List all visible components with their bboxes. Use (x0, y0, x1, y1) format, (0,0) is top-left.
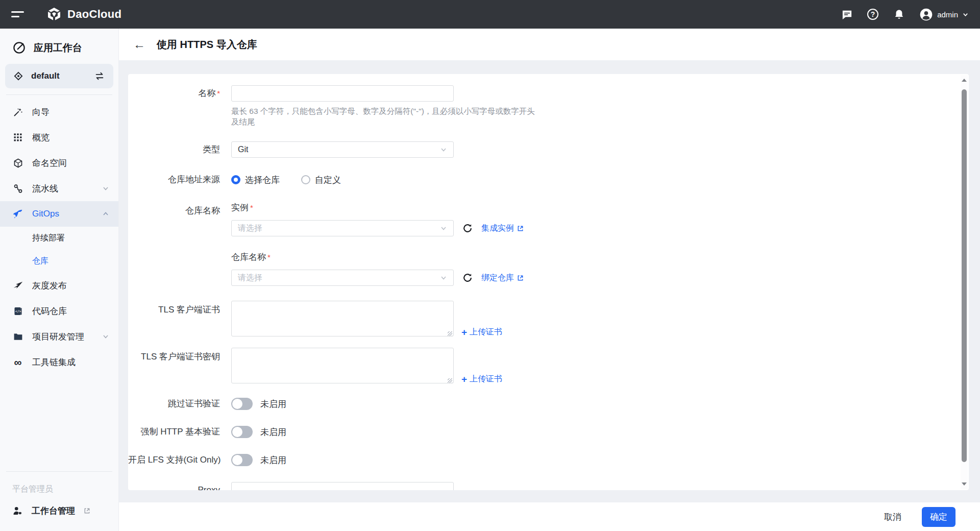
role-label: 平台管理员 (0, 476, 118, 498)
workspace-selector[interactable]: default (5, 64, 113, 88)
bird-icon (12, 280, 23, 291)
wand-icon (12, 106, 23, 117)
bind-repo-link[interactable]: 绑定仓库 (481, 273, 524, 283)
subfield-label: 实例* (231, 202, 524, 213)
scrollbar-thumb[interactable] (962, 89, 967, 462)
manage-label: 工作台管理 (32, 505, 75, 517)
subfield-instance: 实例* 请选择 (231, 202, 524, 236)
sidebar-subitem-label: 持续部署 (32, 233, 65, 244)
confirm-button[interactable]: 确定 (922, 507, 955, 527)
field-label: TLS 客户端证书密钥 (128, 348, 231, 385)
subfield-repo-name: 仓库名称* 请选择 (231, 251, 524, 286)
svg-text:</>: </> (15, 309, 21, 313)
resize-handle[interactable] (448, 378, 452, 383)
sidebar-item-project-rd[interactable]: 项目研发管理 (0, 324, 118, 349)
sidebar-item-namespace[interactable]: 命名空间 (0, 150, 118, 176)
sidebar-item-label: 命名空间 (32, 157, 67, 169)
user-menu[interactable]: admin (919, 8, 969, 21)
scrollbar[interactable] (961, 75, 968, 489)
bell-icon[interactable] (893, 8, 905, 20)
force-http-basic-auth-toggle[interactable] (231, 426, 253, 438)
required-asterisk: * (217, 89, 220, 98)
field-label: 仓库名称 (128, 202, 231, 286)
skip-cert-verify-toggle[interactable] (231, 398, 253, 410)
scroll-up-button[interactable] (961, 77, 968, 84)
resize-handle[interactable] (448, 331, 452, 336)
switch-workspace-icon[interactable] (94, 70, 105, 82)
integrate-instance-link[interactable]: 集成实例 (481, 223, 524, 234)
radio-select-repo[interactable]: 选择仓库 (231, 174, 280, 186)
admin-user-icon (12, 505, 23, 517)
sidebar-item-toolchain[interactable]: ∞ 工具链集成 (0, 349, 118, 375)
sidebar-header-workbench: 应用工作台 (0, 29, 118, 63)
field-tls-cert: TLS 客户端证书 + 上传证书 (128, 301, 969, 339)
chevron-up-icon (102, 210, 109, 218)
toggle-state-label: 未启用 (260, 426, 286, 438)
required-asterisk: * (250, 203, 253, 212)
upload-key-link[interactable]: + 上传证书 (461, 374, 502, 384)
sidebar-item-gray-release[interactable]: 灰度发布 (0, 273, 118, 298)
subfield-label: 仓库名称* (231, 251, 524, 263)
import-repo-form: 名称* 最长 63 个字符，只能包含小写字母、数字及分隔符("-")，且必须以小… (128, 74, 969, 490)
sidebar-item-pipeline[interactable]: 流水线 (0, 176, 118, 201)
pipeline-icon (12, 183, 23, 194)
sidebar-item-label: 概览 (32, 132, 50, 143)
required-asterisk: * (267, 253, 271, 261)
cancel-button[interactable]: 取消 (879, 508, 906, 526)
plus-icon: + (461, 374, 467, 384)
field-label: TLS 客户端证书 (128, 301, 231, 339)
tls-cert-textarea[interactable] (231, 301, 454, 336)
sidebar-item-overview[interactable]: 概览 (0, 125, 118, 150)
sidebar-subitem-repository[interactable]: 仓库 (0, 250, 118, 273)
name-input[interactable] (231, 85, 454, 102)
sidebar-item-gitops[interactable]: GitOps (0, 201, 118, 227)
tls-key-textarea[interactable] (231, 348, 454, 383)
instance-select-placeholder: 请选择 (238, 223, 262, 234)
avatar (919, 8, 933, 21)
instance-select[interactable]: 请选择 (231, 220, 454, 236)
workspace-name: default (31, 71, 60, 81)
chevron-down-icon (440, 225, 447, 232)
sidebar-item-code-repo[interactable]: </> 代码仓库 (0, 298, 118, 324)
external-link-icon (83, 507, 91, 515)
scroll-down-button[interactable] (961, 480, 968, 488)
rocket-icon (12, 208, 23, 220)
sidebar-item-workbench-manage[interactable]: 工作台管理 (0, 498, 118, 524)
divider (6, 471, 112, 472)
cube-icon (12, 157, 23, 168)
refresh-instances-button[interactable] (461, 222, 474, 234)
chat-icon[interactable] (841, 8, 853, 20)
workbench-icon (12, 41, 26, 55)
field-source: 仓库地址来源 选择仓库 自定义 (128, 172, 969, 188)
field-label: 跳过证书验证 (128, 398, 231, 410)
workbench-label: 应用工作台 (34, 41, 82, 55)
sidebar-item-label: 向导 (32, 106, 50, 118)
repo-name-select[interactable]: 请选择 (231, 270, 454, 286)
upload-cert-link[interactable]: + 上传证书 (461, 327, 502, 337)
form-card: 名称* 最长 63 个字符，只能包含小写字母、数字及分隔符("-")，且必须以小… (128, 74, 969, 490)
back-button[interactable]: ← (133, 38, 145, 51)
sidebar-item-label: 代码仓库 (32, 305, 67, 317)
enable-lfs-toggle[interactable] (231, 454, 253, 466)
brand-logo[interactable]: DaoCloud (46, 6, 121, 22)
toggle-state-label: 未启用 (260, 398, 286, 410)
proxy-input[interactable] (231, 482, 454, 490)
field-proxy: Proxy (128, 482, 969, 490)
menu-icon[interactable] (11, 9, 24, 19)
sidebar-subitem-continuous-deploy[interactable]: 持续部署 (0, 227, 118, 250)
help-icon[interactable]: ? (867, 9, 878, 20)
type-select[interactable]: Git (231, 141, 454, 158)
chevron-down-icon (440, 146, 447, 153)
field-repo-group: 仓库名称 实例* 请选择 (128, 202, 969, 286)
page-header: ← 使用 HTTPS 导入仓库 (119, 29, 980, 60)
repo-name-select-placeholder: 请选择 (238, 273, 262, 283)
refresh-repos-button[interactable] (461, 272, 474, 284)
radio-unselected-icon (301, 175, 310, 184)
field-label: Proxy (128, 482, 231, 490)
radio-selected-icon (231, 175, 240, 184)
external-link-icon (517, 225, 524, 232)
radio-custom[interactable]: 自定义 (301, 174, 341, 186)
chevron-down-icon (102, 333, 109, 340)
sidebar-item-wizard[interactable]: 向导 (0, 99, 118, 125)
chevron-down-icon (102, 185, 109, 192)
